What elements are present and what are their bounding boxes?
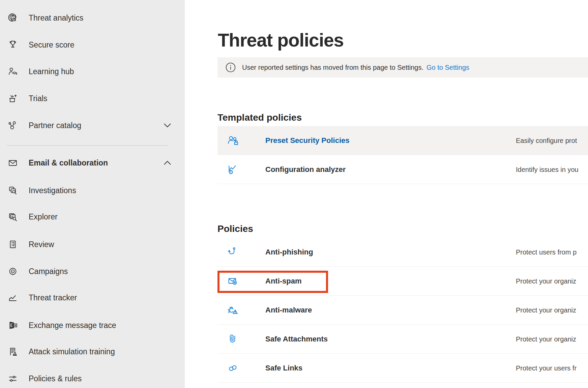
- sidebar-item-review[interactable]: Review: [0, 231, 185, 258]
- sidebar-item-threat-tracker[interactable]: Threat tracker: [0, 284, 185, 311]
- sidebar-item-label: Review: [29, 240, 54, 249]
- chevron-up-icon[interactable]: [163, 160, 172, 166]
- document-flask-icon: [7, 346, 18, 357]
- sidebar-item-label: Threat analytics: [29, 13, 83, 23]
- sidebar-item-label: Email & collaboration: [29, 158, 108, 168]
- exchange-logo-icon: [7, 320, 18, 331]
- sidebar-divider: [7, 145, 168, 146]
- row-preset-security-policies[interactable]: Preset Security Policies Easily configur…: [217, 126, 588, 155]
- row-description: Protect your organiz: [516, 335, 576, 343]
- threat-analytics-icon: [7, 12, 18, 23]
- sidebar-item-label: Explorer: [29, 212, 58, 221]
- pages-search-icon: [7, 211, 18, 222]
- info-banner: User reported settings has moved from th…: [217, 57, 588, 78]
- line-chart-icon: [7, 292, 18, 303]
- chat-search-icon: [7, 185, 18, 196]
- sidebar-item-label: Secure score: [29, 40, 75, 50]
- anti-malware-link[interactable]: Anti-malware: [265, 306, 312, 315]
- sidebar-item-label: Threat tracker: [29, 293, 77, 302]
- sidebar-item-label: Investigations: [29, 186, 76, 195]
- page-title: Threat policies: [218, 28, 344, 52]
- chain-links-icon: [227, 362, 239, 375]
- safe-links-link[interactable]: Safe Links: [265, 364, 302, 372]
- sidebar-item-secure-score[interactable]: Secure score: [0, 31, 185, 58]
- templated-policies-heading: Templated policies: [217, 111, 302, 124]
- safe-attachments-link[interactable]: Safe Attachments: [265, 335, 328, 344]
- sidebar-item-email-collaboration[interactable]: Email & collaboration: [0, 149, 185, 176]
- row-divider: [217, 382, 588, 383]
- row-anti-malware[interactable]: Anti-malware Protect your organiz: [217, 296, 588, 325]
- row-safe-links[interactable]: Safe Links Protect your users fr: [217, 354, 588, 383]
- row-anti-phishing[interactable]: Anti-phishing Protect users from p: [217, 238, 588, 267]
- chart-alert-icon: [227, 163, 239, 176]
- chevron-down-icon[interactable]: [163, 122, 172, 128]
- sidebar-item-policies-rules[interactable]: Policies & rules: [0, 365, 185, 388]
- sidebar-item-explorer[interactable]: Explorer: [0, 203, 185, 230]
- trophy-icon: [7, 39, 18, 50]
- row-divider: [217, 184, 588, 184]
- anti-phishing-link[interactable]: Anti-phishing: [265, 248, 313, 257]
- banner-message: User reported settings has moved from th…: [242, 64, 423, 71]
- row-anti-spam[interactable]: Anti-spam Protect your organiz: [217, 267, 588, 296]
- row-description: Identify issues in you: [516, 166, 579, 174]
- policies-heading: Policies: [217, 222, 253, 236]
- envelope-icon: [7, 157, 18, 168]
- sidebar-item-threat-analytics[interactable]: Threat analytics: [0, 4, 185, 31]
- row-description: Easily configure prot: [516, 137, 577, 145]
- molecule-icon: [7, 120, 18, 131]
- envelope-block-icon: [227, 275, 239, 288]
- go-to-settings-link[interactable]: Go to Settings: [427, 64, 469, 71]
- sidebar-item-campaigns[interactable]: Campaigns: [0, 258, 185, 285]
- main-content: Threat policies User reported settings h…: [185, 0, 588, 388]
- paperclip-icon: [227, 333, 239, 346]
- row-description: Protect your users fr: [516, 364, 577, 372]
- sidebar-item-trials[interactable]: Trials: [0, 85, 185, 112]
- sidebar-item-label: Partner catalog: [29, 121, 81, 130]
- preset-security-policies-link[interactable]: Preset Security Policies: [265, 136, 349, 145]
- sidebar-item-label: Campaigns: [29, 267, 68, 276]
- fish-hook-icon: [227, 246, 239, 259]
- configuration-analyzer-link[interactable]: Configuration analyzer: [265, 165, 346, 174]
- clipboard-list-icon: [7, 239, 18, 250]
- sidebar-item-label: Exchange message trace: [29, 321, 116, 330]
- anti-spam-link[interactable]: Anti-spam: [265, 277, 302, 286]
- row-description: Protect users from p: [516, 248, 577, 256]
- bug-warning-icon: [227, 304, 239, 317]
- row-description: Protect your organiz: [516, 277, 576, 285]
- person-graduation-icon: [7, 66, 18, 77]
- sidebar: Threat analytics Secure score Learning h…: [0, 0, 185, 388]
- bullseye-icon: [7, 266, 18, 277]
- sidebar-item-learning-hub[interactable]: Learning hub: [0, 58, 185, 85]
- threat-policies-page: { "header": { "title": "Threat policies"…: [0, 0, 588, 388]
- sliders-icon: [7, 373, 18, 384]
- sidebar-item-label: Trials: [29, 94, 47, 103]
- magic-box-icon: [7, 93, 18, 104]
- sidebar-item-label: Attack simulation training: [29, 347, 115, 356]
- info-icon: [225, 62, 236, 73]
- sidebar-item-investigations[interactable]: Investigations: [0, 177, 185, 204]
- sidebar-item-attack-simulation-training[interactable]: Attack simulation training: [0, 338, 185, 365]
- row-safe-attachments[interactable]: Safe Attachments Protect your organiz: [217, 325, 588, 354]
- row-description: Protect your organiz: [516, 306, 576, 314]
- sidebar-item-label: Policies & rules: [29, 374, 82, 383]
- sidebar-item-partner-catalog[interactable]: Partner catalog: [0, 112, 185, 139]
- sidebar-item-label: Learning hub: [29, 67, 74, 76]
- people-lock-icon: [227, 134, 239, 147]
- sidebar-item-exchange-message-trace[interactable]: Exchange message trace: [0, 312, 185, 339]
- row-configuration-analyzer[interactable]: Configuration analyzer Identify issues i…: [217, 155, 588, 184]
